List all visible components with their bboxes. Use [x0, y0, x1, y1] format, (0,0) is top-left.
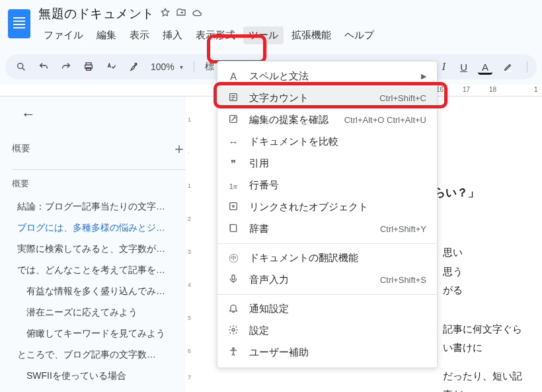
menu-view[interactable]: 表示: [124, 26, 155, 44]
redo-icon[interactable]: [57, 59, 75, 75]
linenum-icon: 1≡: [227, 180, 240, 191]
svg-rect-3: [87, 67, 91, 70]
mic-icon: [227, 274, 240, 286]
cloud-status-icon[interactable]: [192, 7, 202, 20]
outline-item[interactable]: 結論：ブログ一記事当たりの文字…: [12, 196, 186, 217]
outline-item[interactable]: 潜在ニーズに応えてみよう: [12, 302, 186, 323]
zoom-select[interactable]: 100%: [147, 59, 187, 75]
zoom-value: 100%: [151, 61, 174, 72]
menu-compare-docs[interactable]: ↔ ドキュメントを比較: [217, 131, 437, 153]
menu-insert[interactable]: 挿入: [157, 26, 188, 44]
outline-item[interactable]: 俯瞰してキーワードを見てみよう: [12, 323, 186, 344]
menu-addons[interactable]: 拡張機能: [286, 26, 336, 44]
bell-icon: [227, 303, 240, 315]
svg-point-0: [18, 63, 23, 69]
menu-review-suggestions[interactable]: 編集の提案を確認 Ctrl+Alt+O Ctrl+Alt+U: [217, 109, 437, 131]
undo-icon[interactable]: [34, 59, 53, 75]
italic-button[interactable]: I: [438, 58, 449, 75]
menu-divider: [217, 294, 437, 295]
ruler-mark: 1: [534, 86, 538, 93]
outline-item[interactable]: では、どんなことを考えて記事を…: [12, 260, 186, 281]
menu-preferences[interactable]: 設定: [217, 320, 437, 342]
print-icon[interactable]: [79, 59, 98, 75]
menu-tools[interactable]: ツール: [243, 26, 284, 44]
docs-app-icon[interactable]: [8, 9, 30, 38]
outline-item[interactable]: 有益な情報を多く盛り込んでみ…: [12, 281, 186, 302]
outline-item[interactable]: 実際に検索してみると、文字数が…: [12, 239, 186, 260]
search-icon[interactable]: [12, 59, 30, 75]
outline-item[interactable]: SWFIIを使っている場合: [12, 366, 186, 387]
linked-icon: [227, 201, 240, 214]
text-color-button[interactable]: A: [478, 59, 492, 75]
doc-title[interactable]: 無題のドキュメント: [38, 5, 155, 22]
star-icon[interactable]: [160, 7, 171, 20]
add-outline-icon[interactable]: ＋: [172, 139, 186, 159]
menubar: ファイル 編集 表示 挿入 表示形式 ツール 拡張機能 ヘルプ: [38, 26, 535, 44]
svg-rect-8: [232, 275, 235, 280]
menu-divider: [217, 243, 437, 244]
outline-sidebar: ← 概要 ＋ 概要 結論：ブログ一記事当たりの文字… ブログには、多種多様の悩み…: [0, 97, 198, 392]
svg-point-10: [233, 348, 235, 350]
highlight-button[interactable]: [499, 59, 518, 75]
translate-icon: ㊥: [227, 252, 240, 264]
outline-header-label: 概要: [12, 143, 30, 155]
doc-line: がる: [443, 281, 529, 300]
menu-help[interactable]: ヘルプ: [339, 26, 379, 44]
vertical-ruler[interactable]: 1 · 1 2 3 4 5 6 7: [186, 97, 199, 392]
menu-linked-objects[interactable]: リンクされたオブジェクト: [217, 196, 437, 218]
back-arrow-icon[interactable]: ←: [21, 106, 186, 123]
doc-line: 思い: [443, 243, 529, 262]
outline-section: 概要: [12, 178, 186, 190]
menu-citations[interactable]: ❞ 引用: [217, 153, 437, 175]
doc-bullet: だったり、短い記事だっ: [225, 367, 529, 392]
dict-icon: [227, 223, 240, 235]
tools-dropdown: A̲ スペルと文法 ▶ 文字カウント Ctrl+Shift+C 編集の提案を確認…: [217, 61, 438, 368]
menu-accessibility[interactable]: ユーザー補助: [217, 342, 437, 364]
suggest-icon: [227, 114, 240, 126]
menu-translate[interactable]: ㊥ ドキュメントの翻訳機能: [217, 247, 437, 269]
menu-spellcheck[interactable]: A̲ スペルと文法 ▶: [217, 65, 437, 87]
outline-item[interactable]: ところで、ブログ記事の文字数…: [12, 344, 186, 366]
quote-icon: ❞: [227, 158, 240, 170]
menu-voice-typing[interactable]: 音声入力 Ctrl+Shift+S: [217, 269, 437, 291]
menu-notifications[interactable]: 通知設定: [217, 298, 437, 320]
wordcount-icon: [227, 92, 240, 104]
svg-point-7: [233, 206, 235, 208]
menu-file[interactable]: ファイル: [38, 26, 89, 44]
settings-icon: [227, 325, 240, 337]
divider: [12, 169, 186, 170]
menu-dictionary[interactable]: 辞書 Ctrl+Shift+Y: [217, 218, 437, 240]
underline-button[interactable]: U: [456, 59, 471, 75]
menu-line-numbers[interactable]: 1≡ 行番号: [217, 175, 437, 196]
menu-format[interactable]: 表示形式: [190, 26, 241, 44]
chevron-right-icon: ▶: [421, 72, 426, 81]
svg-rect-6: [230, 203, 237, 210]
ruler-mark: 17: [463, 86, 470, 93]
paint-format-icon[interactable]: [124, 59, 143, 75]
svg-point-9: [232, 329, 235, 331]
move-file-icon[interactable]: [176, 7, 186, 20]
spellcheck-icon: A̲: [227, 71, 240, 83]
ruler-mark: 18: [489, 86, 496, 93]
outline-item[interactable]: ブログには、多種多様の悩みとジ…: [12, 217, 186, 239]
heading-fragment: らい？」: [434, 186, 479, 199]
menu-word-count[interactable]: 文字カウント Ctrl+Shift+C: [217, 87, 437, 109]
a11y-icon: [227, 346, 240, 359]
spellcheck-icon[interactable]: [102, 59, 120, 75]
menu-edit[interactable]: 編集: [91, 26, 122, 44]
compare-icon: ↔: [227, 136, 240, 147]
doc-line: 思う: [443, 262, 529, 282]
outline-list: 結論：ブログ一記事当たりの文字… ブログには、多種多様の悩みとジ… 実際に検索し…: [12, 196, 186, 387]
